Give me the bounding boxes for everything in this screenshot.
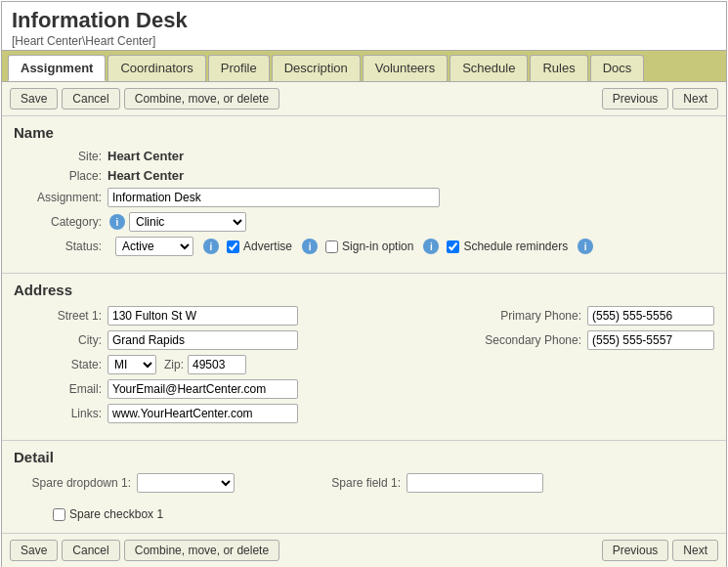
page-title: Information Desk <box>12 8 716 33</box>
advertise-checkbox[interactable] <box>227 240 239 253</box>
advertise-checkbox-label: Advertise <box>227 240 292 253</box>
signin-label: Sign-in option <box>342 240 413 253</box>
address-section: Address Street 1: City: State: MI Zip: <box>2 274 726 441</box>
email-label: Email: <box>14 382 102 396</box>
status-label: Status: <box>14 240 102 253</box>
address-section-title: Address <box>14 282 714 298</box>
spare-checkbox-label: Spare checkbox 1 <box>69 507 163 521</box>
state-select[interactable]: MI <box>107 355 156 374</box>
place-row: Place: Heart Center <box>14 168 714 183</box>
assignment-row: Assignment: <box>14 188 714 207</box>
address-grid: Street 1: City: State: MI Zip: Email: <box>14 306 714 428</box>
tab-profile[interactable]: Profile <box>208 55 270 81</box>
address-left-col: Street 1: City: State: MI Zip: Email: <box>14 306 445 428</box>
zip-label: Zip: <box>164 358 184 371</box>
previous-button-top[interactable]: Previous <box>602 88 669 109</box>
zip-input[interactable] <box>188 355 246 374</box>
state-label: State: <box>14 358 102 371</box>
city-input[interactable] <box>107 330 298 350</box>
spare-field-row: Spare field 1: <box>313 473 543 493</box>
city-label: City: <box>14 333 102 347</box>
reminders-info-icon[interactable]: i <box>578 239 593 254</box>
street1-row: Street 1: <box>14 306 445 326</box>
tab-assignment[interactable]: Assignment <box>8 55 106 81</box>
secondary-phone-label: Secondary Phone: <box>464 333 581 347</box>
email-row: Email: <box>14 379 445 399</box>
tab-schedule[interactable]: Schedule <box>450 55 528 81</box>
detail-grid: Spare dropdown 1: Spare checkbox 1 Spare… <box>14 473 714 521</box>
previous-button-bottom[interactable]: Previous <box>602 540 669 561</box>
secondary-phone-row: Secondary Phone: <box>464 330 714 350</box>
place-value: Heart Center <box>107 168 184 183</box>
category-label: Category: <box>14 215 102 229</box>
cancel-button-top[interactable]: Cancel <box>62 88 119 109</box>
category-row: Category: i Clinic <box>14 212 714 232</box>
spare-dropdown-label: Spare dropdown 1: <box>14 476 131 490</box>
bottom-toolbar: Save Cancel Combine, move, or delete Pre… <box>2 534 726 567</box>
detail-right-col: Spare field 1: <box>313 473 543 498</box>
spare-field-input[interactable] <box>407 473 543 493</box>
category-info-icon[interactable]: i <box>109 214 125 230</box>
category-select[interactable]: Clinic <box>129 212 246 232</box>
site-label: Site: <box>14 150 102 163</box>
breadcrumb: [Heart Center\Heart Center] <box>12 34 716 48</box>
place-label: Place: <box>14 169 102 183</box>
site-value: Heart Center <box>107 149 184 163</box>
address-right-col: Primary Phone: Secondary Phone: <box>464 306 714 428</box>
city-row: City: <box>14 330 445 350</box>
street1-label: Street 1: <box>14 309 102 323</box>
detail-left-col: Spare dropdown 1: Spare checkbox 1 <box>14 473 235 521</box>
links-row: Links: <box>14 404 445 423</box>
secondary-phone-input[interactable] <box>587 330 714 350</box>
tab-volunteers[interactable]: Volunteers <box>363 55 448 81</box>
primary-phone-row: Primary Phone: <box>464 306 714 326</box>
detail-section: Detail Spare dropdown 1: Spare checkbox … <box>2 441 726 534</box>
tab-description[interactable]: Description <box>272 55 361 81</box>
state-zip-row: State: MI Zip: <box>14 355 445 374</box>
spare-dropdown-select[interactable] <box>137 473 235 493</box>
combine-button-top[interactable]: Combine, move, or delete <box>124 88 279 109</box>
next-button-bottom[interactable]: Next <box>672 540 718 561</box>
advertise-info-icon[interactable]: i <box>302 239 318 254</box>
primary-phone-input[interactable] <box>587 306 714 326</box>
tab-docs[interactable]: Docs <box>590 55 645 81</box>
email-input[interactable] <box>107 379 298 399</box>
spare-dropdown-row: Spare dropdown 1: <box>14 473 235 493</box>
reminders-label: Schedule reminders <box>463 240 568 253</box>
tabs-bar: Assignment Coordinators Profile Descript… <box>2 50 726 82</box>
site-row: Site: Heart Center <box>14 149 714 163</box>
spare-checkbox-label-container: Spare checkbox 1 <box>53 507 163 521</box>
reminders-checkbox[interactable] <box>447 240 459 253</box>
advertise-label: Advertise <box>243 240 292 253</box>
signin-checkbox[interactable] <box>325 240 338 253</box>
next-button-top[interactable]: Next <box>672 88 718 109</box>
status-info-icon[interactable]: i <box>203 239 219 254</box>
name-section: Name Site: Heart Center Place: Heart Cen… <box>2 116 726 274</box>
spare-checkbox[interactable] <box>53 508 65 521</box>
links-label: Links: <box>14 407 102 420</box>
combine-button-bottom[interactable]: Combine, move, or delete <box>124 540 279 561</box>
detail-section-title: Detail <box>14 449 714 465</box>
spare-field-label: Spare field 1: <box>313 476 401 490</box>
cancel-button-bottom[interactable]: Cancel <box>62 540 119 561</box>
tab-rules[interactable]: Rules <box>530 55 587 81</box>
assignment-input[interactable] <box>107 188 440 207</box>
status-select[interactable]: Active Inactive <box>115 237 193 256</box>
save-button-top[interactable]: Save <box>10 88 58 109</box>
primary-phone-label: Primary Phone: <box>464 309 581 323</box>
name-section-title: Name <box>14 124 714 141</box>
save-button-bottom[interactable]: Save <box>10 540 58 561</box>
spare-checkbox-row: Spare checkbox 1 <box>14 507 235 521</box>
page-header: Information Desk [Heart Center\Heart Cen… <box>2 2 726 50</box>
tab-coordinators[interactable]: Coordinators <box>107 55 205 81</box>
reminders-checkbox-label: Schedule reminders <box>447 240 568 253</box>
status-row: Status: Active Inactive i Advertise i Si… <box>14 237 714 256</box>
signin-checkbox-label: Sign-in option <box>325 240 413 253</box>
top-toolbar: Save Cancel Combine, move, or delete Pre… <box>2 82 726 116</box>
assignment-label: Assignment: <box>14 191 102 204</box>
links-input[interactable] <box>107 404 298 423</box>
signin-info-icon[interactable]: i <box>423 239 439 254</box>
street1-input[interactable] <box>107 306 298 326</box>
